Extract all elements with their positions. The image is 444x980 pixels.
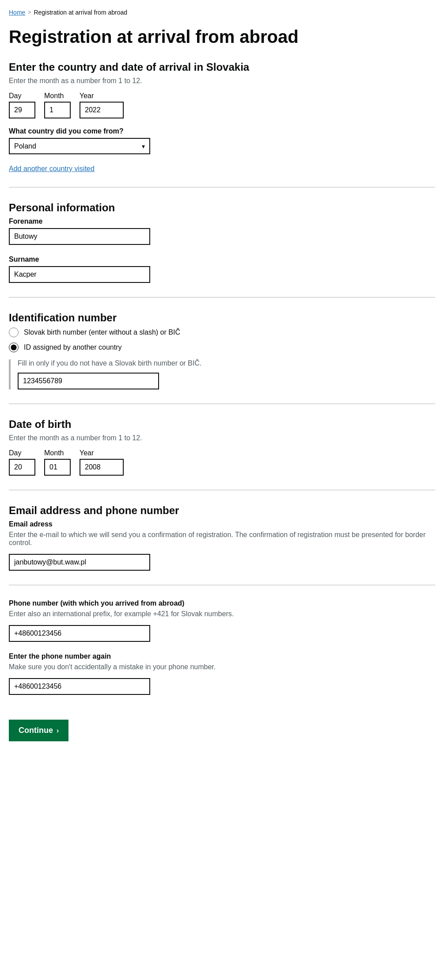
phone-confirm-label: Enter the phone number again bbox=[9, 652, 435, 660]
radio-item-2[interactable]: ID assigned by another country bbox=[9, 343, 435, 352]
email-group: Email adress Enter the e-mail to which w… bbox=[9, 520, 435, 571]
continue-button-label: Continue bbox=[19, 726, 53, 735]
radio-foreign-id[interactable] bbox=[9, 343, 19, 352]
dob-year-label: Year bbox=[80, 449, 124, 457]
email-input[interactable] bbox=[9, 554, 150, 571]
dob-month-field: Month bbox=[44, 449, 71, 476]
phone-confirm-hint: Make sure you don't accidentally a mista… bbox=[9, 663, 435, 671]
dob-date-group: Day Month Year bbox=[9, 449, 435, 476]
dob-heading: Date of birth bbox=[9, 418, 435, 431]
email-hint: Enter the e-mail to which we will send y… bbox=[9, 531, 435, 547]
surname-input[interactable] bbox=[9, 266, 150, 283]
id-inset-block: Fill in only if you do not have a Slovak… bbox=[9, 359, 435, 389]
breadcrumb: Home > Registration at arrival from abro… bbox=[9, 9, 435, 16]
surname-label: Surname bbox=[9, 255, 435, 263]
arrival-day-label: Day bbox=[9, 92, 35, 100]
personal-info-heading: Personal information bbox=[9, 202, 435, 214]
dob-section: Date of birth Enter the month as a numbe… bbox=[9, 418, 435, 476]
identification-heading: Identification number bbox=[9, 312, 435, 324]
phone-confirm-group: Enter the phone number again Make sure y… bbox=[9, 652, 435, 695]
arrival-day-field: Day bbox=[9, 92, 35, 118]
forename-group: Forename bbox=[9, 217, 435, 245]
page-title: Registration at arrival from abroad bbox=[9, 27, 435, 47]
dob-day-input[interactable] bbox=[9, 459, 35, 476]
arrival-hint: Enter the month as a number from 1 to 12… bbox=[9, 77, 435, 85]
dob-month-label: Month bbox=[44, 449, 71, 457]
continue-arrow-icon: › bbox=[57, 727, 59, 735]
dob-hint: Enter the month as a number from 1 to 12… bbox=[9, 434, 435, 442]
contact-heading: Email address and phone number bbox=[9, 504, 435, 517]
identification-section: Identification number Slovak birth numbe… bbox=[9, 312, 435, 389]
identification-radio-group: Slovak birth number (enter without a sla… bbox=[9, 328, 435, 352]
radio-slovak-birth[interactable] bbox=[9, 328, 19, 337]
radio-item-1[interactable]: Slovak birth number (enter without a sla… bbox=[9, 328, 435, 337]
arrival-month-field: Month bbox=[44, 92, 71, 118]
forename-label: Forename bbox=[9, 217, 435, 225]
country-select[interactable]: Poland Czech Republic Hungary Austria Uk… bbox=[9, 138, 150, 154]
divider-5 bbox=[9, 585, 435, 585]
phone-confirm-input[interactable] bbox=[9, 678, 150, 695]
id-number-input[interactable] bbox=[18, 373, 159, 389]
breadcrumb-current: Registration at arrival from abroad bbox=[34, 9, 127, 16]
dob-day-field: Day bbox=[9, 449, 35, 476]
arrival-year-input[interactable] bbox=[80, 102, 124, 118]
phone-input[interactable] bbox=[9, 625, 150, 642]
phone-group: Phone number (with which you arrived fro… bbox=[9, 599, 435, 642]
email-label: Email adress bbox=[9, 520, 435, 528]
dob-year-input[interactable] bbox=[80, 459, 124, 476]
contact-section: Email address and phone number Email adr… bbox=[9, 504, 435, 695]
personal-info-section: Personal information Forename Surname bbox=[9, 202, 435, 283]
breadcrumb-home-link[interactable]: Home bbox=[9, 9, 25, 16]
breadcrumb-separator: > bbox=[28, 9, 31, 15]
country-select-wrapper: Poland Czech Republic Hungary Austria Uk… bbox=[9, 138, 150, 154]
phone-label: Phone number (with which you arrived fro… bbox=[9, 599, 435, 607]
radio-slovak-birth-label: Slovak birth number (enter without a sla… bbox=[24, 328, 180, 336]
arrival-date-group: Day Month Year bbox=[9, 92, 435, 118]
phone-hint: Enter also an international prefix, for … bbox=[9, 610, 435, 618]
surname-group: Surname bbox=[9, 255, 435, 283]
dob-day-label: Day bbox=[9, 449, 35, 457]
forename-input[interactable] bbox=[9, 228, 150, 245]
continue-button[interactable]: Continue › bbox=[9, 720, 68, 741]
divider-2 bbox=[9, 297, 435, 297]
arrival-month-label: Month bbox=[44, 92, 71, 100]
arrival-year-label: Year bbox=[80, 92, 124, 100]
divider-4 bbox=[9, 490, 435, 490]
country-group: What country did you come from? Poland C… bbox=[9, 127, 435, 154]
country-label: What country did you come from? bbox=[9, 127, 435, 135]
arrival-heading: Enter the country and date of arrival in… bbox=[9, 61, 435, 73]
arrival-year-field: Year bbox=[80, 92, 124, 118]
divider-3 bbox=[9, 404, 435, 404]
add-country-link[interactable]: Add another country visited bbox=[9, 165, 95, 173]
arrival-day-input[interactable] bbox=[9, 102, 35, 118]
dob-month-input[interactable] bbox=[44, 459, 71, 476]
arrival-month-input[interactable] bbox=[44, 102, 71, 118]
id-inset-hint: Fill in only if you do not have a Slovak… bbox=[18, 359, 435, 367]
arrival-section: Enter the country and date of arrival in… bbox=[9, 61, 435, 173]
divider-1 bbox=[9, 187, 435, 187]
radio-foreign-id-label: ID assigned by another country bbox=[24, 343, 121, 351]
dob-year-field: Year bbox=[80, 449, 124, 476]
